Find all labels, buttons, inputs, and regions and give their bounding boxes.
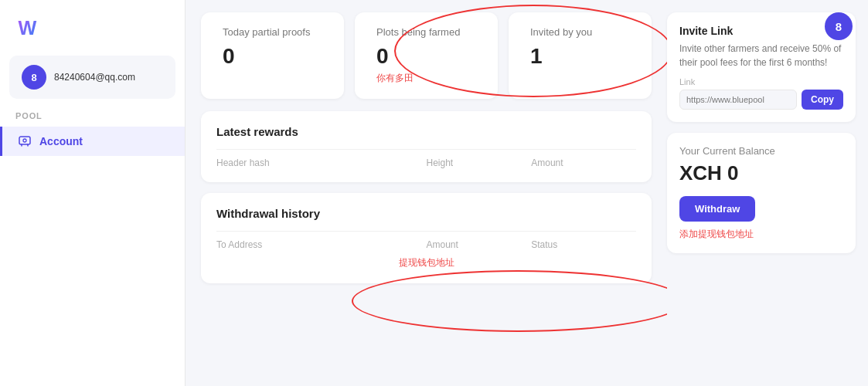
user-email: 84240604@qq.com — [54, 72, 135, 83]
stat-value-plots-farmed: 0 — [376, 44, 476, 69]
stat-label-plots-farmed: Plots being farmed — [376, 26, 476, 38]
stat-label-invited: Invited by you — [530, 26, 630, 38]
withdrawal-col-address: To Address — [216, 239, 427, 250]
app-logo-icon: W — [15, 14, 43, 42]
stat-card-partial-proofs: Today partial proofs 0 — [201, 12, 344, 99]
stats-row: Today partial proofs 0 Plots being farme… — [201, 12, 652, 99]
invite-link-description: Invite other farmers and receive 50% of … — [679, 42, 843, 69]
account-icon — [18, 134, 32, 148]
svg-point-2 — [23, 139, 26, 142]
pool-section-label: POOL — [0, 111, 185, 127]
sidebar-logo: W — [0, 0, 185, 56]
rewards-table-header: Header hash Height Amount — [216, 149, 636, 168]
stat-card-plots-farmed: Plots being farmed 0 你有多田 — [355, 12, 498, 99]
sidebar-item-account-label: Account — [39, 135, 83, 147]
invite-link-value: https://www.bluepool — [679, 90, 797, 110]
balance-card: Your Current Balance XCH 0 Withdraw 添加提现… — [667, 133, 856, 253]
svg-text:W: W — [19, 17, 37, 39]
withdrawal-col-amount: Amount — [427, 239, 532, 250]
sidebar-user: 8 84240604@qq.com — [9, 56, 175, 99]
withdrawal-table-header: To Address Amount Status — [216, 231, 636, 250]
stat-value-partial-proofs: 0 — [223, 44, 322, 69]
stat-note-plots-farmed: 你有多田 — [376, 72, 476, 85]
sidebar-item-account[interactable]: Account — [0, 127, 185, 156]
invite-link-title: Invite Link — [679, 25, 843, 37]
invite-link-field-label: Link — [679, 77, 843, 86]
top-right-badge: 8 — [825, 12, 853, 40]
withdrawal-note: 提现钱包地址 — [216, 256, 636, 269]
rewards-col-amount: Amount — [531, 157, 636, 168]
withdrawal-col-status: Status — [531, 239, 636, 250]
wallet-note: 添加提现钱包地址 — [679, 228, 843, 241]
withdrawal-history-title: Withdrawal history — [216, 207, 636, 220]
avatar: 8 — [22, 65, 46, 90]
balance-label: Your Current Balance — [679, 145, 843, 157]
sidebar: W 8 84240604@qq.com POOL Account — [0, 0, 186, 386]
stat-label-partial-proofs: Today partial proofs — [223, 26, 322, 38]
main-content: Today partial proofs 0 Plots being farme… — [186, 0, 667, 386]
rewards-col-height: Height — [427, 157, 532, 168]
right-panel: Invite Link Invite other farmers and rec… — [667, 0, 868, 386]
rewards-col-hash: Header hash — [216, 157, 427, 168]
stat-card-invited: Invited by you 1 — [509, 12, 652, 99]
latest-rewards-card: Latest rewards Header hash Height Amount — [201, 111, 652, 182]
latest-rewards-title: Latest rewards — [216, 125, 636, 138]
stat-value-invited: 1 — [530, 44, 630, 69]
invite-link-row: https://www.bluepool Copy — [679, 90, 843, 110]
svg-rect-1 — [19, 137, 30, 144]
withdraw-button[interactable]: Withdraw — [679, 196, 755, 222]
withdrawal-history-card: Withdrawal history To Address Amount Sta… — [201, 193, 652, 283]
balance-value: XCH 0 — [679, 161, 843, 185]
copy-button[interactable]: Copy — [802, 90, 843, 110]
